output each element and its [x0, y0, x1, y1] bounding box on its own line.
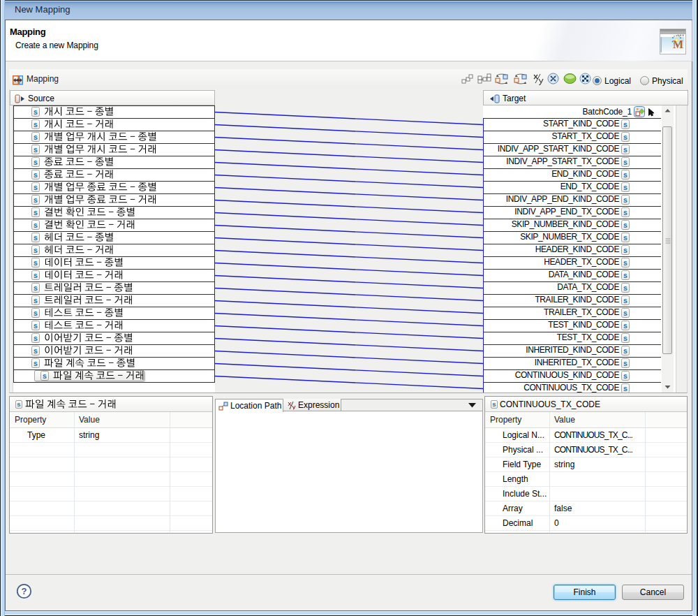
svg-text:?: ?	[22, 586, 27, 596]
